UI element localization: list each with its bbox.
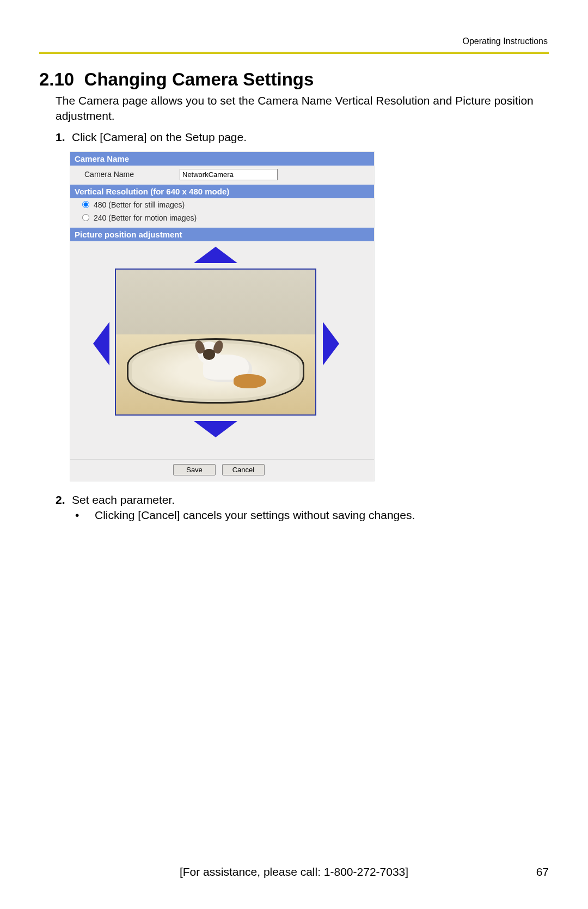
step-2-text: Set each parameter.: [72, 493, 549, 507]
step-2-bullet-text: Clicking [Cancel] cancels your settings …: [95, 509, 415, 522]
button-bar: Save Cancel: [70, 459, 374, 481]
step-1-number: 1.: [56, 131, 72, 144]
step-2-bullet: • Clicking [Cancel] cancels your setting…: [75, 509, 549, 522]
camera-name-input[interactable]: [180, 169, 278, 180]
picture-position-area: [70, 241, 374, 459]
arrow-up-icon[interactable]: [194, 247, 237, 263]
vertical-resolution-header: Vertical Resolution (for 640 x 480 mode): [70, 185, 374, 198]
step-2-number: 2.: [56, 493, 72, 507]
page-footer: [For assistance, please call: 1-800-272-…: [39, 865, 549, 879]
vres-radio-240[interactable]: [82, 214, 89, 221]
cancel-button[interactable]: Cancel: [222, 464, 265, 475]
arrow-down-icon[interactable]: [194, 421, 237, 437]
vres-label-480: 480 (Better for still images): [94, 200, 185, 209]
step-2: 2. Set each parameter.: [56, 493, 549, 507]
section-title-text: Changing Camera Settings: [84, 69, 314, 89]
section-number: 2.10: [39, 69, 74, 89]
footer-assist: [For assistance, please call: 1-800-272-…: [72, 865, 516, 879]
vres-option-240-row[interactable]: 240 (Better for motion images): [70, 211, 374, 228]
vres-radio-480[interactable]: [82, 201, 89, 208]
bullet-icon: •: [75, 509, 95, 522]
vres-label-240: 240 (Better for motion images): [94, 213, 197, 222]
intro-paragraph: The Camera page allows you to set the Ca…: [56, 93, 549, 124]
running-header: Operating Instructions: [39, 36, 549, 46]
camera-preview-image: [115, 269, 316, 416]
camera-name-header: Camera Name: [70, 152, 374, 166]
camera-name-row: Camera Name: [70, 166, 374, 185]
arrow-left-icon[interactable]: [93, 322, 109, 365]
camera-settings-panel: Camera Name Camera Name Vertical Resolut…: [70, 151, 375, 481]
picture-position-header: Picture position adjustment: [70, 228, 374, 241]
camera-name-label: Camera Name: [84, 170, 180, 179]
step-1-text: Click [Camera] on the Setup page.: [72, 131, 549, 144]
vres-option-480-row[interactable]: 480 (Better for still images): [70, 198, 374, 211]
arrow-right-icon[interactable]: [323, 322, 339, 365]
page-number: 67: [516, 865, 549, 879]
save-button[interactable]: Save: [173, 464, 216, 475]
header-rule: [39, 52, 549, 54]
step-1: 1. Click [Camera] on the Setup page.: [56, 131, 549, 144]
section-heading: 2.10 Changing Camera Settings: [39, 69, 549, 90]
